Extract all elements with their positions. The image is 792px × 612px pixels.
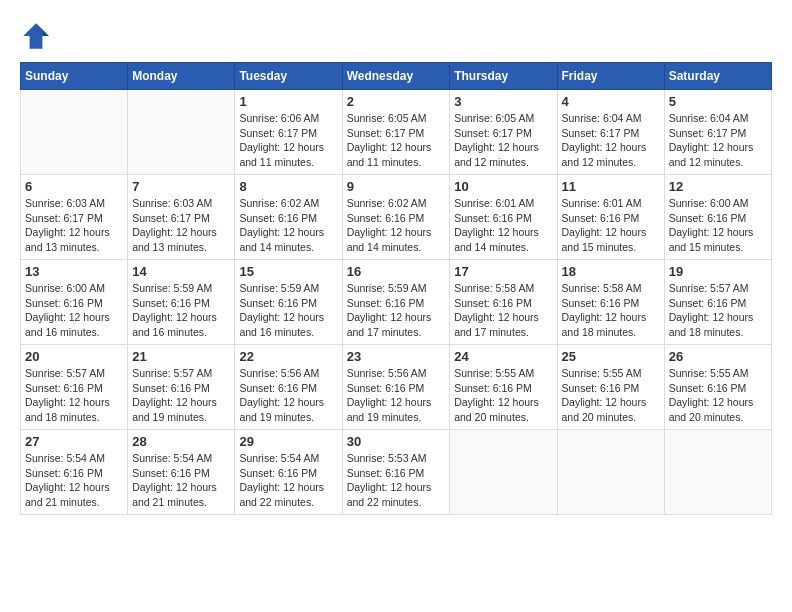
day-detail: Sunrise: 6:03 AM Sunset: 6:17 PM Dayligh… <box>132 196 230 255</box>
column-header-sunday: Sunday <box>21 63 128 90</box>
day-detail: Sunrise: 6:04 AM Sunset: 6:17 PM Dayligh… <box>669 111 767 170</box>
day-detail: Sunrise: 6:00 AM Sunset: 6:16 PM Dayligh… <box>25 281 123 340</box>
day-number: 22 <box>239 349 337 364</box>
calendar-cell: 7Sunrise: 6:03 AM Sunset: 6:17 PM Daylig… <box>128 175 235 260</box>
calendar-cell: 23Sunrise: 5:56 AM Sunset: 6:16 PM Dayli… <box>342 345 450 430</box>
day-detail: Sunrise: 5:56 AM Sunset: 6:16 PM Dayligh… <box>239 366 337 425</box>
day-detail: Sunrise: 6:04 AM Sunset: 6:17 PM Dayligh… <box>562 111 660 170</box>
calendar-cell: 22Sunrise: 5:56 AM Sunset: 6:16 PM Dayli… <box>235 345 342 430</box>
calendar-cell: 24Sunrise: 5:55 AM Sunset: 6:16 PM Dayli… <box>450 345 557 430</box>
calendar-cell: 19Sunrise: 5:57 AM Sunset: 6:16 PM Dayli… <box>664 260 771 345</box>
calendar-table: SundayMondayTuesdayWednesdayThursdayFrid… <box>20 62 772 515</box>
day-number: 8 <box>239 179 337 194</box>
day-detail: Sunrise: 5:54 AM Sunset: 6:16 PM Dayligh… <box>239 451 337 510</box>
calendar-cell <box>557 430 664 515</box>
calendar-cell: 17Sunrise: 5:58 AM Sunset: 6:16 PM Dayli… <box>450 260 557 345</box>
day-number: 1 <box>239 94 337 109</box>
day-number: 3 <box>454 94 552 109</box>
day-detail: Sunrise: 5:57 AM Sunset: 6:16 PM Dayligh… <box>669 281 767 340</box>
day-number: 13 <box>25 264 123 279</box>
column-header-monday: Monday <box>128 63 235 90</box>
day-number: 24 <box>454 349 552 364</box>
day-detail: Sunrise: 5:57 AM Sunset: 6:16 PM Dayligh… <box>132 366 230 425</box>
day-detail: Sunrise: 5:58 AM Sunset: 6:16 PM Dayligh… <box>454 281 552 340</box>
calendar-cell: 21Sunrise: 5:57 AM Sunset: 6:16 PM Dayli… <box>128 345 235 430</box>
calendar-cell: 16Sunrise: 5:59 AM Sunset: 6:16 PM Dayli… <box>342 260 450 345</box>
logo <box>20 20 56 52</box>
calendar-cell: 11Sunrise: 6:01 AM Sunset: 6:16 PM Dayli… <box>557 175 664 260</box>
calendar-cell: 15Sunrise: 5:59 AM Sunset: 6:16 PM Dayli… <box>235 260 342 345</box>
calendar-cell: 8Sunrise: 6:02 AM Sunset: 6:16 PM Daylig… <box>235 175 342 260</box>
day-number: 28 <box>132 434 230 449</box>
calendar-cell <box>450 430 557 515</box>
calendar-cell: 12Sunrise: 6:00 AM Sunset: 6:16 PM Dayli… <box>664 175 771 260</box>
day-detail: Sunrise: 6:06 AM Sunset: 6:17 PM Dayligh… <box>239 111 337 170</box>
day-detail: Sunrise: 6:05 AM Sunset: 6:17 PM Dayligh… <box>347 111 446 170</box>
calendar-cell: 1Sunrise: 6:06 AM Sunset: 6:17 PM Daylig… <box>235 90 342 175</box>
calendar-cell: 6Sunrise: 6:03 AM Sunset: 6:17 PM Daylig… <box>21 175 128 260</box>
day-detail: Sunrise: 5:59 AM Sunset: 6:16 PM Dayligh… <box>347 281 446 340</box>
day-detail: Sunrise: 5:55 AM Sunset: 6:16 PM Dayligh… <box>562 366 660 425</box>
calendar-cell: 3Sunrise: 6:05 AM Sunset: 6:17 PM Daylig… <box>450 90 557 175</box>
calendar-cell: 9Sunrise: 6:02 AM Sunset: 6:16 PM Daylig… <box>342 175 450 260</box>
day-number: 16 <box>347 264 446 279</box>
week-row-2: 6Sunrise: 6:03 AM Sunset: 6:17 PM Daylig… <box>21 175 772 260</box>
logo-icon <box>20 20 52 52</box>
day-number: 26 <box>669 349 767 364</box>
column-header-friday: Friday <box>557 63 664 90</box>
calendar-cell <box>664 430 771 515</box>
calendar-cell: 28Sunrise: 5:54 AM Sunset: 6:16 PM Dayli… <box>128 430 235 515</box>
day-detail: Sunrise: 5:56 AM Sunset: 6:16 PM Dayligh… <box>347 366 446 425</box>
week-row-3: 13Sunrise: 6:00 AM Sunset: 6:16 PM Dayli… <box>21 260 772 345</box>
day-detail: Sunrise: 6:02 AM Sunset: 6:16 PM Dayligh… <box>239 196 337 255</box>
day-detail: Sunrise: 5:59 AM Sunset: 6:16 PM Dayligh… <box>132 281 230 340</box>
day-number: 9 <box>347 179 446 194</box>
calendar-cell: 20Sunrise: 5:57 AM Sunset: 6:16 PM Dayli… <box>21 345 128 430</box>
calendar-cell: 25Sunrise: 5:55 AM Sunset: 6:16 PM Dayli… <box>557 345 664 430</box>
week-row-1: 1Sunrise: 6:06 AM Sunset: 6:17 PM Daylig… <box>21 90 772 175</box>
day-number: 30 <box>347 434 446 449</box>
day-detail: Sunrise: 6:03 AM Sunset: 6:17 PM Dayligh… <box>25 196 123 255</box>
calendar-cell: 30Sunrise: 5:53 AM Sunset: 6:16 PM Dayli… <box>342 430 450 515</box>
day-detail: Sunrise: 5:55 AM Sunset: 6:16 PM Dayligh… <box>454 366 552 425</box>
day-number: 11 <box>562 179 660 194</box>
column-header-tuesday: Tuesday <box>235 63 342 90</box>
day-number: 5 <box>669 94 767 109</box>
day-number: 6 <box>25 179 123 194</box>
calendar-cell: 13Sunrise: 6:00 AM Sunset: 6:16 PM Dayli… <box>21 260 128 345</box>
day-number: 19 <box>669 264 767 279</box>
column-header-saturday: Saturday <box>664 63 771 90</box>
day-detail: Sunrise: 6:01 AM Sunset: 6:16 PM Dayligh… <box>454 196 552 255</box>
day-number: 23 <box>347 349 446 364</box>
day-detail: Sunrise: 6:02 AM Sunset: 6:16 PM Dayligh… <box>347 196 446 255</box>
day-number: 10 <box>454 179 552 194</box>
day-number: 15 <box>239 264 337 279</box>
day-number: 27 <box>25 434 123 449</box>
week-row-4: 20Sunrise: 5:57 AM Sunset: 6:16 PM Dayli… <box>21 345 772 430</box>
week-row-5: 27Sunrise: 5:54 AM Sunset: 6:16 PM Dayli… <box>21 430 772 515</box>
calendar-cell: 27Sunrise: 5:54 AM Sunset: 6:16 PM Dayli… <box>21 430 128 515</box>
calendar-header-row: SundayMondayTuesdayWednesdayThursdayFrid… <box>21 63 772 90</box>
day-detail: Sunrise: 6:05 AM Sunset: 6:17 PM Dayligh… <box>454 111 552 170</box>
column-header-thursday: Thursday <box>450 63 557 90</box>
day-number: 21 <box>132 349 230 364</box>
day-detail: Sunrise: 5:57 AM Sunset: 6:16 PM Dayligh… <box>25 366 123 425</box>
calendar-cell: 2Sunrise: 6:05 AM Sunset: 6:17 PM Daylig… <box>342 90 450 175</box>
day-number: 4 <box>562 94 660 109</box>
day-detail: Sunrise: 6:01 AM Sunset: 6:16 PM Dayligh… <box>562 196 660 255</box>
column-header-wednesday: Wednesday <box>342 63 450 90</box>
calendar-cell: 5Sunrise: 6:04 AM Sunset: 6:17 PM Daylig… <box>664 90 771 175</box>
day-number: 2 <box>347 94 446 109</box>
day-detail: Sunrise: 5:54 AM Sunset: 6:16 PM Dayligh… <box>25 451 123 510</box>
calendar-cell <box>21 90 128 175</box>
day-detail: Sunrise: 5:58 AM Sunset: 6:16 PM Dayligh… <box>562 281 660 340</box>
calendar-cell: 29Sunrise: 5:54 AM Sunset: 6:16 PM Dayli… <box>235 430 342 515</box>
day-detail: Sunrise: 6:00 AM Sunset: 6:16 PM Dayligh… <box>669 196 767 255</box>
day-detail: Sunrise: 5:59 AM Sunset: 6:16 PM Dayligh… <box>239 281 337 340</box>
day-number: 25 <box>562 349 660 364</box>
calendar-cell: 14Sunrise: 5:59 AM Sunset: 6:16 PM Dayli… <box>128 260 235 345</box>
day-number: 29 <box>239 434 337 449</box>
day-number: 20 <box>25 349 123 364</box>
day-number: 7 <box>132 179 230 194</box>
calendar-cell: 4Sunrise: 6:04 AM Sunset: 6:17 PM Daylig… <box>557 90 664 175</box>
